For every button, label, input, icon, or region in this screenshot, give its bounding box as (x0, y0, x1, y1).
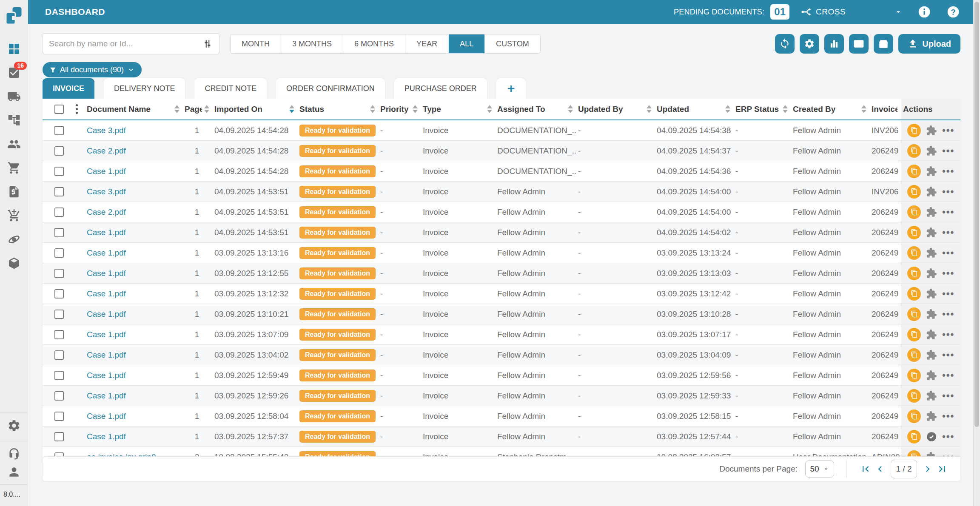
sidebar-item-dashboard[interactable] (6, 41, 23, 57)
integration-puzzle-icon[interactable] (926, 207, 937, 218)
row-checkbox[interactable] (54, 269, 64, 278)
document-status-icon[interactable] (907, 389, 921, 403)
workspace-switcher[interactable]: CROSS (801, 6, 903, 18)
add-document-type-tab[interactable]: + (496, 78, 526, 99)
row-checkbox[interactable] (54, 452, 64, 457)
sidebar-item-tasks[interactable]: 16 (6, 65, 23, 81)
row-checkbox[interactable] (54, 187, 64, 196)
sidebar-item-packages[interactable] (6, 255, 23, 271)
document-status-icon[interactable] (907, 185, 921, 199)
document-status-icon[interactable] (907, 124, 921, 137)
document-name-link[interactable]: Case 2.pdf (87, 146, 126, 156)
integration-puzzle-icon[interactable] (926, 452, 937, 457)
more-options-icon[interactable]: ••• (942, 312, 954, 316)
document-name-link[interactable]: Case 1.pdf (87, 167, 126, 176)
tab-order-confirmation[interactable]: ORDER CONFIRMATION (276, 78, 385, 99)
info-button[interactable] (917, 5, 932, 19)
sidebar-item-settings[interactable] (6, 418, 23, 434)
column-header-imported-on[interactable]: Imported On (213, 99, 298, 119)
column-header-updated-by[interactable]: Updated By (576, 99, 655, 119)
more-options-icon[interactable]: ••• (942, 230, 954, 235)
integration-puzzle-icon[interactable] (926, 227, 937, 238)
more-options-icon[interactable]: ••• (942, 149, 954, 153)
sidebar-item-users[interactable] (6, 136, 23, 152)
more-options-icon[interactable]: ••• (942, 353, 954, 357)
tab-credit-note[interactable]: CREDIT NOTE (194, 78, 267, 99)
column-header-assigned-to[interactable]: Assigned To (496, 99, 576, 119)
row-checkbox[interactable] (54, 412, 64, 421)
document-status-icon[interactable] (907, 205, 921, 219)
more-options-icon[interactable]: ••• (942, 210, 954, 214)
sort-arrows-icon[interactable] (287, 105, 294, 113)
document-status-icon[interactable] (907, 409, 921, 423)
integration-puzzle-icon[interactable] (926, 390, 937, 401)
row-checkbox[interactable] (54, 146, 64, 156)
row-checkbox[interactable] (54, 248, 64, 258)
document-name-link[interactable]: Case 1.pdf (87, 412, 126, 421)
sort-arrows-icon[interactable] (410, 105, 418, 113)
page-scrollbar[interactable] (973, 0, 980, 506)
column-header-updated[interactable]: Updated (655, 99, 734, 119)
row-checkbox[interactable] (54, 208, 64, 217)
column-header-document-name[interactable]: Document Name (85, 99, 183, 119)
sort-arrows-icon[interactable] (202, 105, 209, 113)
column-header-erp-status[interactable]: ERP Status (734, 99, 791, 119)
sidebar-item-cart[interactable] (6, 160, 23, 176)
document-status-icon[interactable] (907, 430, 921, 443)
integration-puzzle-icon[interactable] (926, 350, 937, 361)
export-button[interactable] (874, 34, 893, 54)
document-name-link[interactable]: Case 1.pdf (87, 310, 126, 319)
document-status-icon[interactable] (907, 450, 921, 457)
document-name-link[interactable]: Case 1.pdf (87, 432, 126, 441)
row-checkbox[interactable] (54, 310, 64, 319)
more-options-icon[interactable]: ••• (942, 271, 954, 276)
document-name-link[interactable]: Case 1.pdf (87, 371, 126, 380)
sort-arrows-icon[interactable] (368, 105, 375, 113)
integration-puzzle-icon[interactable] (926, 145, 937, 156)
document-status-icon[interactable] (907, 267, 921, 280)
integration-puzzle-icon[interactable] (926, 247, 937, 259)
table-menu-kebab-icon[interactable] (76, 104, 78, 114)
sort-arrows-icon[interactable] (172, 105, 179, 113)
first-page-button[interactable] (858, 462, 873, 476)
scrollbar-thumb[interactable] (974, 2, 979, 427)
more-options-icon[interactable]: ••• (942, 169, 954, 173)
statistics-button[interactable] (824, 34, 844, 54)
sort-arrows-icon[interactable] (565, 105, 573, 113)
sidebar-item-invoices[interactable] (6, 184, 23, 200)
time-filter-month[interactable]: MONTH (231, 34, 281, 53)
document-status-icon[interactable] (907, 165, 921, 178)
row-checkbox[interactable] (54, 126, 64, 135)
integration-puzzle-icon[interactable] (926, 288, 937, 299)
row-checkbox[interactable] (54, 330, 64, 339)
row-checkbox[interactable] (54, 228, 64, 237)
integration-puzzle-icon[interactable] (926, 268, 937, 279)
more-options-icon[interactable]: ••• (942, 394, 954, 398)
help-button[interactable]: ? (946, 5, 960, 19)
tab-invoice[interactable]: INVOICE (43, 78, 94, 99)
row-checkbox[interactable] (54, 350, 64, 360)
sort-arrows-icon[interactable] (484, 105, 492, 113)
more-options-icon[interactable]: ••• (942, 333, 954, 337)
row-checkbox[interactable] (54, 167, 64, 176)
select-all-checkbox[interactable] (54, 105, 64, 114)
document-status-icon[interactable] (907, 287, 921, 301)
sort-arrows-icon[interactable] (859, 105, 866, 113)
sort-arrows-icon[interactable] (780, 105, 788, 113)
document-name-link[interactable]: ae invoice inv grip0 (87, 452, 156, 457)
sidebar-item-support[interactable] (6, 445, 23, 461)
integration-puzzle-icon[interactable] (926, 411, 937, 422)
per-page-select[interactable]: 50 (805, 461, 834, 478)
document-status-icon[interactable] (907, 226, 921, 239)
time-filter-all[interactable]: ALL (448, 34, 484, 53)
integration-puzzle-icon[interactable] (926, 125, 937, 136)
last-page-button[interactable] (935, 462, 949, 476)
column-header-type[interactable]: Type (421, 99, 496, 119)
document-status-icon[interactable] (907, 369, 921, 382)
row-checkbox[interactable] (54, 289, 64, 298)
sidebar-item-purchase-orders[interactable] (6, 208, 23, 224)
integration-puzzle-icon[interactable] (926, 309, 937, 320)
verified-check-icon[interactable] (926, 431, 937, 442)
time-filter-year[interactable]: YEAR (405, 34, 448, 53)
document-name-link[interactable]: Case 1.pdf (87, 269, 126, 278)
